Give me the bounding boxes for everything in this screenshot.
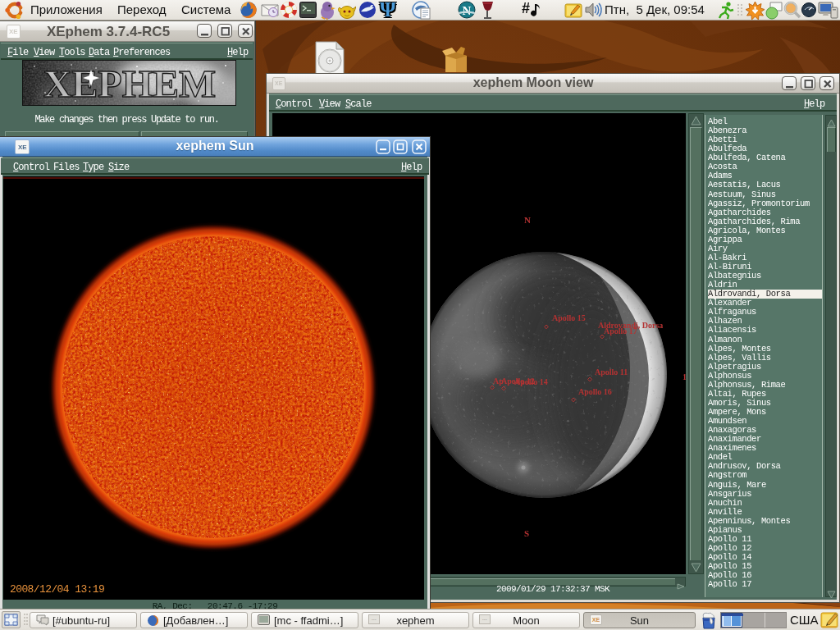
svg-text:1: 1 [682, 372, 686, 381]
svg-text:N: N [524, 215, 531, 225]
svg-text:XEPHEM: XEPHEM [43, 63, 217, 105]
svg-text:Apollo 17: Apollo 17 [604, 326, 637, 336]
svg-text:Apollo 16: Apollo 16 [578, 387, 612, 396]
svg-text:Apollo 11: Apollo 11 [595, 368, 628, 377]
svg-text:N: N [463, 4, 472, 17]
svg-text:Apollo 15: Apollo 15 [552, 313, 586, 322]
svg-text:Apollo 12: Apollo 12 [501, 377, 535, 386]
svg-text:S: S [524, 528, 529, 538]
